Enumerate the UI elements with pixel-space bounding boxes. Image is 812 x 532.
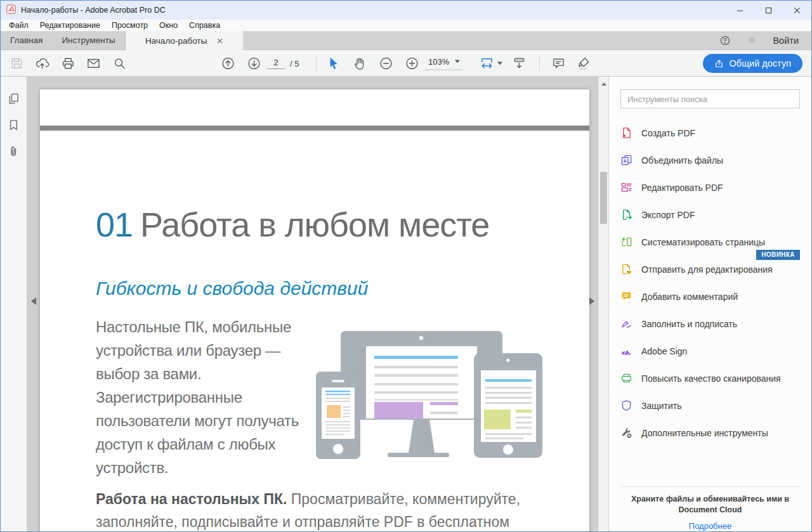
tool-item-enhance-scans[interactable]: Повысить качество сканирования [620, 365, 800, 392]
app-icon [6, 4, 16, 16]
chapter-title: Работа в любом месте [140, 205, 489, 243]
notifications-bell-icon[interactable] [746, 35, 757, 46]
next-page-icon[interactable] [247, 56, 261, 70]
tab-document-label: Начало-работы [145, 36, 207, 46]
tab-bar: Главная Инструменты Начало-работы Войти [1, 31, 811, 50]
main-area: 01Работа в любом месте Гибкость и свобод… [1, 77, 811, 531]
previous-page-arrow[interactable] [31, 297, 36, 305]
maximize-button[interactable] [754, 1, 783, 20]
bookmarks-icon[interactable] [7, 119, 20, 132]
create-pdf-icon [620, 127, 632, 139]
previous-page-icon[interactable] [221, 56, 235, 70]
menu-help[interactable]: Справка [183, 21, 226, 30]
body-paragraph: Настольные ПК, мобильные устройства или … [96, 315, 320, 479]
help-icon[interactable] [719, 35, 731, 46]
export-pdf-icon [620, 209, 632, 221]
document-viewer: 01Работа в любом месте Гибкость и свобод… [27, 77, 608, 531]
page-total-label: / 5 [290, 58, 299, 68]
document-toolbar: 2 / 5 103% Общий доступ [1, 50, 811, 77]
tab-home[interactable]: Главная [1, 31, 52, 49]
scrollbar-thumb[interactable] [600, 172, 607, 224]
devices-illustration [301, 323, 574, 474]
tool-item-protect[interactable]: Защитить [620, 392, 800, 419]
menu-bar: Файл Редактирование Просмотр Окно Справк… [1, 20, 811, 31]
organize-pages-icon [620, 236, 632, 248]
menu-edit[interactable]: Редактирование [34, 21, 106, 30]
tool-item-more-tools[interactable]: Дополнительные инструменты [620, 419, 800, 446]
menu-view[interactable]: Просмотр [106, 21, 154, 30]
share-button-label: Общий доступ [730, 58, 791, 68]
vertical-scrollbar[interactable] [598, 77, 608, 531]
adobe-sign-icon [620, 345, 632, 357]
scrollbar-up-arrow[interactable] [601, 82, 606, 86]
lead-paragraph: Работа на настольных ПК. Просматривайте,… [96, 488, 566, 531]
page-divider-rule [40, 126, 589, 131]
menu-window[interactable]: Окно [154, 21, 183, 30]
tool-item-adobe-sign[interactable]: Adobe Sign [620, 337, 800, 365]
new-badge: НОВИНКА [756, 250, 800, 260]
tool-item-fill-and-sign[interactable]: Заполнить и подписать [620, 310, 800, 337]
chevron-down-icon [455, 60, 460, 63]
page-number-input[interactable]: 2 [267, 58, 285, 69]
menu-file[interactable]: Файл [3, 21, 34, 30]
share-icon [714, 59, 724, 68]
tab-close-icon[interactable] [217, 38, 223, 44]
lead-bold-text: Работа на настольных ПК. [96, 491, 287, 507]
edit-pdf-icon [620, 181, 632, 193]
select-tool-icon[interactable] [326, 56, 341, 70]
search-icon[interactable] [112, 56, 127, 70]
toolbar-separator [539, 55, 540, 71]
tab-document[interactable]: Начало-работы [125, 31, 243, 50]
tools-panel: Создать PDF Объединить файлы Редактирова… [608, 77, 811, 531]
learn-more-link[interactable]: Подробнее [620, 521, 800, 531]
chapter-heading: 01Работа в любом месте [96, 205, 489, 244]
tools-list: Создать PDF Объединить файлы Редактирова… [620, 119, 800, 446]
share-button[interactable]: Общий доступ [703, 54, 802, 73]
comment-icon[interactable] [551, 56, 566, 70]
tool-item-add-comment[interactable]: Добавить комментарий [620, 283, 800, 310]
chapter-number: 01 [96, 205, 133, 243]
print-icon[interactable] [61, 56, 75, 70]
panel-footer: Храните файлы и обменивайтесь ими в Docu… [620, 486, 800, 531]
close-button[interactable] [783, 1, 811, 20]
title-bar: Начало-работы - Adobe Acrobat Pro DC [1, 1, 811, 20]
toolbar-separator [316, 55, 317, 71]
attachments-icon[interactable] [7, 145, 20, 159]
zoom-in-icon[interactable] [405, 56, 419, 70]
document-cloud-text: Храните файлы и обменивайтесь ими в Docu… [620, 494, 800, 516]
add-comment-icon [620, 290, 632, 302]
highlighter-icon[interactable] [577, 56, 591, 70]
send-for-editing-icon [620, 263, 632, 275]
fit-width-dropdown[interactable] [480, 56, 502, 70]
left-rail [1, 77, 27, 531]
more-tools-icon [620, 427, 632, 439]
zoom-level-dropdown[interactable]: 103% [424, 56, 462, 70]
minimize-button[interactable] [726, 1, 754, 20]
chapter-subtitle: Гибкость и свобода действий [96, 278, 368, 299]
save-icon[interactable] [10, 56, 24, 70]
upload-cloud-icon[interactable] [35, 56, 49, 70]
page-display-mode-icon[interactable] [512, 56, 527, 70]
combine-files-icon [620, 154, 632, 166]
page-thumbnails-icon[interactable] [7, 92, 20, 105]
tab-tools[interactable]: Инструменты [52, 31, 124, 49]
tool-item-export-pdf[interactable]: Экспорт PDF [620, 201, 800, 228]
tool-item-edit-pdf[interactable]: Редактировать PDF [620, 174, 800, 201]
window-title: Начало-работы - Adobe Acrobat Pro DC [21, 6, 166, 15]
next-page-arrow[interactable] [589, 297, 594, 305]
email-icon[interactable] [86, 56, 101, 70]
zoom-out-icon[interactable] [379, 56, 393, 70]
acrobat-window: Начало-работы - Adobe Acrobat Pro DC Фай… [0, 0, 812, 532]
zoom-level-value: 103% [428, 56, 449, 66]
tools-search-input[interactable] [620, 89, 800, 108]
hand-tool-icon[interactable] [352, 56, 367, 70]
sign-in-button[interactable]: Войти [773, 36, 799, 46]
pdf-page: 01Работа в любом месте Гибкость и свобод… [40, 89, 589, 531]
tool-item-send-for-editing[interactable]: Отправить для редактирования НОВИНКА [620, 256, 800, 283]
enhance-scans-icon [620, 372, 632, 384]
protect-icon [620, 399, 632, 412]
tool-item-combine-files[interactable]: Объединить файлы [620, 146, 800, 174]
chevron-down-icon [497, 62, 502, 65]
tool-item-create-pdf[interactable]: Создать PDF [620, 119, 800, 146]
fill-and-sign-icon [620, 318, 632, 330]
